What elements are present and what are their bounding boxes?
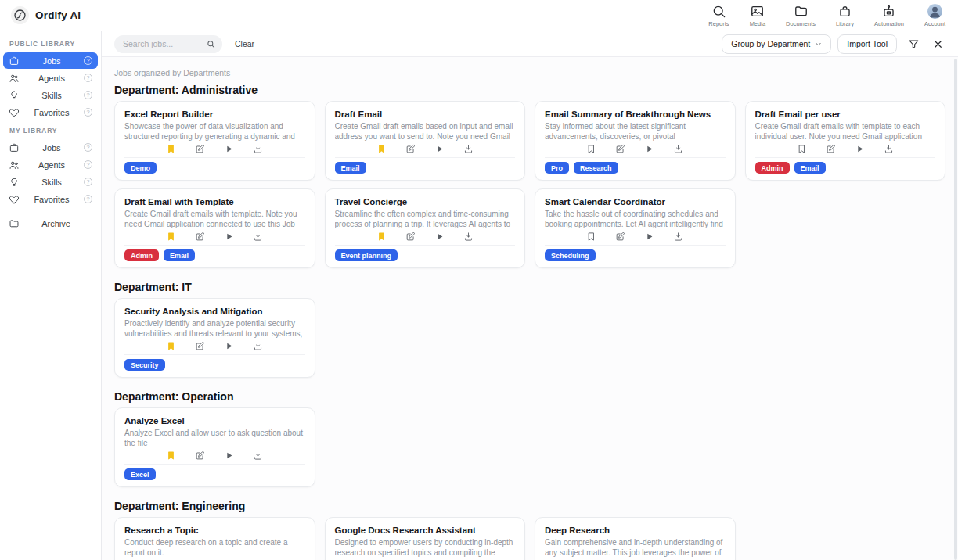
run-button[interactable] bbox=[224, 450, 234, 461]
edit-button[interactable] bbox=[615, 231, 625, 242]
play-icon bbox=[224, 232, 234, 242]
edit-icon bbox=[826, 144, 836, 154]
ordify-logo-icon bbox=[11, 6, 29, 24]
bookmark-button[interactable] bbox=[166, 231, 176, 242]
bookmark-button[interactable] bbox=[166, 450, 176, 461]
bookmark-button[interactable] bbox=[166, 143, 176, 154]
clear-button[interactable]: Clear bbox=[235, 39, 254, 48]
download-button[interactable] bbox=[463, 231, 474, 242]
bookmark-button[interactable] bbox=[166, 340, 176, 351]
sidebar-item-favorites[interactable]: Favorites? bbox=[3, 104, 98, 120]
folder-icon bbox=[794, 4, 809, 19]
search-input[interactable] bbox=[123, 39, 207, 48]
filter-button[interactable] bbox=[908, 38, 920, 50]
run-button[interactable] bbox=[644, 143, 654, 154]
download-button[interactable] bbox=[673, 231, 683, 242]
job-card: Draft EmailCreate Gmail draft emails bas… bbox=[325, 101, 526, 181]
sidebar: PUBLIC LIBRARYJobs?Agents?Skills?Favorit… bbox=[0, 31, 102, 560]
help-icon[interactable]: ? bbox=[84, 195, 92, 203]
run-button[interactable] bbox=[434, 231, 445, 242]
search-box[interactable] bbox=[114, 35, 222, 53]
heart-icon bbox=[9, 107, 20, 118]
help-icon[interactable]: ? bbox=[84, 56, 92, 65]
nav-reports[interactable]: Reports bbox=[708, 4, 729, 27]
sidebar-item-agents[interactable]: Agents? bbox=[3, 70, 98, 86]
sidebar-item-label: Favorites bbox=[20, 108, 84, 117]
nav-automation[interactable]: Automation bbox=[874, 4, 904, 27]
edit-button[interactable] bbox=[405, 231, 416, 242]
play-icon bbox=[224, 451, 234, 461]
edit-button[interactable] bbox=[405, 143, 416, 154]
help-icon[interactable]: ? bbox=[84, 91, 92, 99]
download-button[interactable] bbox=[253, 231, 263, 242]
help-icon[interactable]: ? bbox=[84, 108, 92, 117]
people-icon bbox=[9, 73, 20, 84]
job-card-description: Create Gmail draft emails based on input… bbox=[335, 121, 516, 142]
job-card-title: Google Docs Research Assistant bbox=[335, 525, 516, 536]
toolbar: Clear Group by Department Import Tool bbox=[102, 31, 958, 57]
download-button[interactable] bbox=[673, 143, 683, 154]
group-by-button[interactable]: Group by Department bbox=[722, 34, 831, 54]
download-icon bbox=[253, 451, 263, 461]
search-icon bbox=[207, 40, 215, 48]
import-tool-button[interactable]: Import Tool bbox=[837, 34, 897, 54]
download-button[interactable] bbox=[253, 450, 263, 461]
job-card-grid: Excel Report BuilderShowcase the power o… bbox=[114, 101, 945, 268]
edit-button[interactable] bbox=[826, 143, 836, 154]
job-card: Research a TopicConduct deep research on… bbox=[114, 517, 315, 560]
help-icon[interactable]: ? bbox=[84, 160, 92, 169]
bookmark-icon bbox=[166, 232, 176, 242]
download-button[interactable] bbox=[884, 143, 894, 154]
run-button[interactable] bbox=[644, 231, 654, 242]
run-button[interactable] bbox=[224, 143, 234, 154]
robot-icon bbox=[881, 4, 896, 19]
sidebar-item-archive[interactable]: Archive bbox=[3, 215, 98, 232]
help-icon[interactable]: ? bbox=[84, 74, 92, 82]
nav-account[interactable]: Account bbox=[924, 4, 945, 27]
bookmark-button[interactable] bbox=[586, 143, 596, 154]
job-card-tags: Security bbox=[124, 354, 305, 371]
help-icon[interactable]: ? bbox=[84, 143, 92, 152]
bookmark-icon bbox=[797, 144, 807, 154]
sidebar-item-skills[interactable]: Skills? bbox=[3, 174, 98, 190]
run-button[interactable] bbox=[855, 143, 865, 154]
edit-button[interactable] bbox=[195, 231, 205, 242]
sidebar-item-jobs[interactable]: Jobs? bbox=[3, 139, 98, 156]
bookmark-button[interactable] bbox=[586, 231, 596, 242]
help-icon[interactable]: ? bbox=[84, 178, 92, 186]
job-card-title: Draft Email bbox=[335, 109, 516, 120]
edit-button[interactable] bbox=[195, 143, 205, 154]
sidebar-item-label: Skills bbox=[20, 178, 84, 187]
sidebar-item-skills[interactable]: Skills? bbox=[3, 87, 98, 103]
bookmark-button[interactable] bbox=[797, 143, 807, 154]
download-button[interactable] bbox=[253, 340, 263, 351]
sidebar-item-favorites[interactable]: Favorites? bbox=[3, 191, 98, 207]
edit-button[interactable] bbox=[195, 340, 205, 351]
funnel-icon bbox=[908, 38, 920, 50]
job-card-description: Conduct deep research on a topic and cre… bbox=[124, 537, 305, 558]
download-button[interactable] bbox=[463, 143, 474, 154]
job-card-tags: Excel bbox=[124, 464, 305, 480]
run-button[interactable] bbox=[434, 143, 445, 154]
bookmark-button[interactable] bbox=[376, 143, 387, 154]
department-title: Department: Operation bbox=[114, 390, 945, 403]
bookmark-button[interactable] bbox=[376, 231, 387, 242]
sidebar-item-agents[interactable]: Agents? bbox=[3, 156, 98, 173]
tag-badge: Research bbox=[574, 162, 618, 174]
nav-documents[interactable]: Documents bbox=[786, 4, 816, 27]
download-button[interactable] bbox=[253, 143, 263, 154]
nav-media[interactable]: Media bbox=[750, 4, 765, 27]
nav-library[interactable]: Library bbox=[836, 4, 854, 27]
sidebar-item-jobs[interactable]: Jobs? bbox=[3, 52, 98, 69]
edit-icon bbox=[195, 341, 205, 351]
scrollbar[interactable] bbox=[954, 59, 957, 560]
tag-badge: Email bbox=[335, 162, 366, 174]
edit-button[interactable] bbox=[615, 143, 625, 154]
run-button[interactable] bbox=[224, 340, 234, 351]
edit-button[interactable] bbox=[195, 450, 205, 461]
job-card: Security Analysis and MitigationProactiv… bbox=[114, 298, 315, 378]
job-card: Travel ConciergeStreamline the often com… bbox=[325, 188, 526, 268]
play-icon bbox=[434, 232, 445, 242]
close-button[interactable] bbox=[932, 38, 944, 50]
run-button[interactable] bbox=[224, 231, 234, 242]
